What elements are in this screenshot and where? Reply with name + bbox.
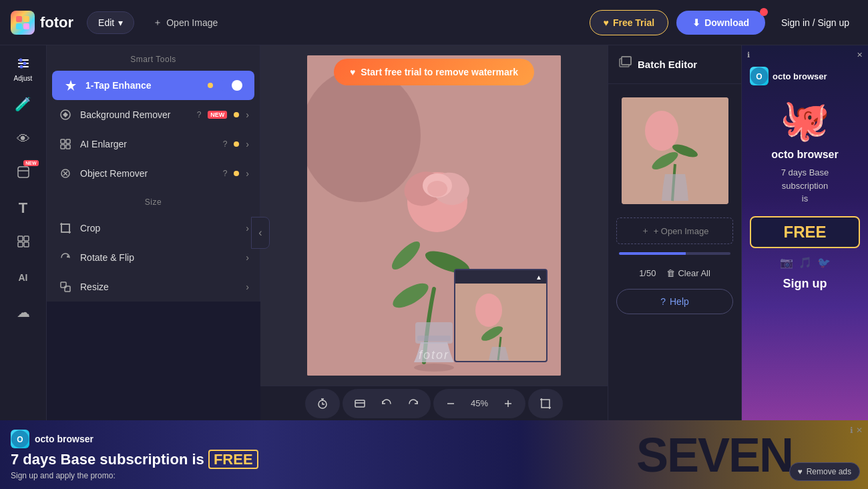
batch-editor-panel: Batch Editor ＋ + Open Image [608, 45, 741, 420]
bg-remover-help-icon[interactable]: ? [197, 110, 202, 119]
svg-rect-13 [24, 236, 29, 241]
sidebar-item-cloud[interactable]: ☁ [5, 296, 41, 328]
add-image-button[interactable]: ＋ + Open Image [616, 217, 733, 244]
ai-enlarger-help-icon[interactable]: ? [223, 139, 228, 149]
watermark-banner[interactable]: ♥ Start free trial to remove watermark [334, 59, 534, 85]
svg-rect-21 [66, 145, 70, 149]
cloud-icon: ☁ [17, 304, 30, 320]
undo-button[interactable] [375, 392, 399, 416]
sign-in-label: Sign in / Sign up [781, 17, 849, 28]
svg-rect-53 [622, 57, 631, 65]
download-button[interactable]: ⬇ Download [676, 11, 765, 35]
svg-point-38 [427, 181, 447, 197]
sidebar-item-effects[interactable]: 🧪 [5, 88, 41, 120]
rotate-arrow-icon: › [246, 252, 249, 263]
resize-label: Resize [80, 282, 239, 292]
download-label: Download [704, 17, 749, 28]
ad-logo-icon: O [750, 67, 769, 85]
sidebar-item-stickers[interactable]: NEW [5, 157, 41, 189]
bottom-ad-close[interactable]: ℹ ✕ [850, 426, 863, 435]
bottom-ad-sub: Sign up and apply the promo: [11, 471, 550, 480]
ad-social-icons: 📷🎵🐦 [750, 256, 860, 269]
help-circle-icon: ? [660, 296, 666, 307]
bg-remover-label: Background Remover [80, 109, 190, 120]
svg-point-7 [23, 62, 26, 65]
logo-text: fotor [40, 14, 73, 31]
toolbar-edit-group [343, 389, 431, 418]
svg-point-5 [19, 59, 22, 62]
remove-ads-button[interactable]: ♥ Remove ads [789, 462, 861, 481]
bottom-ad-close-icon[interactable]: ✕ [856, 426, 863, 435]
open-image-label: Open Image [166, 17, 218, 28]
bottom-ad: O octo browser 7 days Base subscription … [0, 420, 868, 489]
bottom-ad-logo-icon: O [11, 430, 29, 448]
free-trial-button[interactable]: ♥ Free Trial [590, 10, 669, 35]
sidebar-item-frames[interactable] [5, 227, 41, 259]
toolbar-left-group [305, 389, 340, 418]
zoom-level: 45% [465, 398, 493, 408]
ad-info-button[interactable]: ℹ [747, 51, 750, 59]
help-button[interactable]: ? Help [616, 289, 733, 314]
ad-octopus: 🐙 [750, 96, 860, 143]
collapse-icon: ‹ [258, 227, 262, 239]
bottom-ad-free-label: FREE [208, 450, 258, 469]
bg-remover-arrow-icon: › [246, 109, 249, 120]
enhance-icon [63, 77, 79, 93]
sidebar-item-ai[interactable]: AI [5, 262, 41, 294]
ai-enlarger-icon [57, 136, 73, 152]
obj-remover-dot [234, 171, 239, 176]
redo-button[interactable] [401, 392, 425, 416]
sign-in-button[interactable]: Sign in / Sign up [773, 17, 857, 28]
toolbar-crop-group [528, 389, 563, 418]
edit-button[interactable]: Edit ▾ [87, 11, 134, 34]
tool-item-resize[interactable]: Resize › [47, 272, 260, 302]
text-icon: T [19, 199, 27, 217]
svg-text:O: O [756, 72, 762, 81]
svg-rect-15 [24, 242, 29, 247]
tool-item-obj-remover[interactable]: Object Remover ? › [47, 159, 260, 188]
mini-preview-close-icon[interactable]: ▲ [535, 274, 542, 281]
tool-item-enhance[interactable]: 1-Tap Enhance [52, 71, 254, 100]
crop-toolbar-button[interactable] [533, 392, 558, 416]
open-image-button[interactable]: ＋ Open Image [142, 11, 228, 34]
tool-item-rotate[interactable]: Rotate & Flip › [47, 243, 260, 272]
crop-label: Crop [80, 223, 239, 233]
obj-remover-label: Object Remover [80, 168, 216, 179]
free-trial-label: Free Trial [613, 17, 654, 28]
tool-item-crop[interactable]: Crop › [47, 213, 260, 243]
remove-ads-label: Remove ads [807, 467, 851, 476]
trash-icon: 🗑 [666, 268, 675, 278]
canvas-container[interactable]: ♥ Start free trial to remove watermark [260, 45, 608, 386]
progress-slider[interactable] [619, 252, 730, 255]
svg-rect-12 [18, 236, 23, 241]
obj-remover-help-icon[interactable]: ? [223, 169, 228, 178]
svg-rect-3 [23, 23, 29, 29]
main-content: Adjust 🧪 👁 NEW T AI ☁ [0, 45, 868, 420]
zoom-out-button[interactable] [439, 392, 463, 416]
ad-free-box: FREE [750, 216, 860, 248]
ad-close-button[interactable]: ✕ [857, 51, 863, 59]
panel-collapse-button[interactable]: ‹ [251, 217, 270, 249]
svg-rect-25 [61, 224, 69, 232]
ad-free-text: FREE [783, 223, 826, 241]
overlay-button[interactable] [348, 392, 372, 416]
sidebar-item-beauty[interactable]: 👁 [5, 123, 41, 155]
sidebar-item-text[interactable]: T [5, 192, 41, 224]
clear-all-button[interactable]: 🗑 Clear All [666, 268, 710, 278]
tool-item-ai-enlarger[interactable]: AI Enlarger ? › [47, 129, 260, 159]
seven-text: SEVEN [636, 428, 793, 482]
sidebar-item-adjust[interactable]: Adjust [5, 53, 41, 85]
bottom-ad-title-text: 7 days Base subscription is [11, 451, 208, 468]
bg-remover-icon [57, 107, 73, 123]
timer-button[interactable] [310, 392, 335, 416]
frames-icon [17, 235, 30, 252]
svg-rect-14 [18, 242, 23, 247]
enhance-toggle[interactable] [220, 79, 244, 92]
resize-arrow-icon: › [246, 282, 249, 292]
svg-rect-47 [355, 400, 365, 407]
svg-text:O: O [17, 435, 23, 444]
batch-image-svg [622, 97, 728, 204]
zoom-in-button[interactable] [496, 392, 520, 416]
toolbar-zoom-group: 45% [433, 389, 525, 418]
tool-item-bg-remover[interactable]: Background Remover ? NEW › [47, 100, 260, 129]
